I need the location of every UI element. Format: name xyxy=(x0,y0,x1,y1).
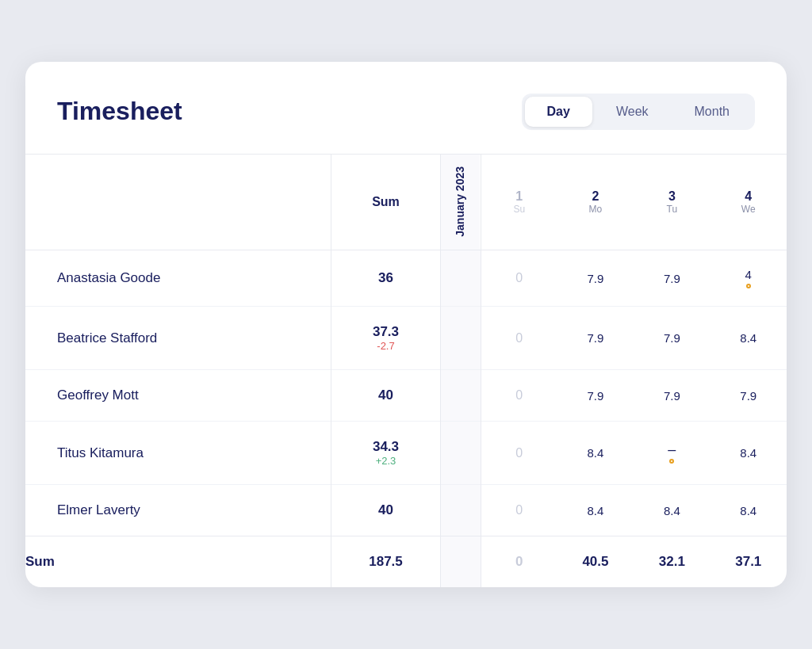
sum-day-value: 0 xyxy=(481,536,557,588)
day-value: 7.9 xyxy=(557,370,634,422)
view-btn-week[interactable]: Week xyxy=(594,97,671,127)
table-row: Geoffrey Mott 40 0 7.9 7.9 7.9 xyxy=(25,370,787,422)
sum-day-value: 32.1 xyxy=(634,536,710,588)
col-day-1: 1 Su xyxy=(481,154,557,250)
col-sum: Sum xyxy=(331,154,441,250)
day-value: 7.9 xyxy=(634,307,710,370)
sum-value: 34.3 +2.3 xyxy=(331,422,441,485)
sum-row: Sum 187.5 0 40.5 32.1 37.1 xyxy=(25,536,787,588)
timesheet-table: Sum January 2023 1 Su 2 Mo 3 Tu xyxy=(25,154,787,588)
timesheet-card: Timesheet Day Week Month Sum January 202… xyxy=(25,62,787,588)
sum-value: 37.3 -2.7 xyxy=(331,307,441,370)
col-day-2: 2 Mo xyxy=(557,154,634,250)
day-value: – xyxy=(634,422,710,485)
col-day-4: 4 We xyxy=(710,154,787,250)
alert-dot xyxy=(746,284,751,288)
day-value: 0 xyxy=(481,422,557,485)
month-spacer xyxy=(440,422,481,485)
view-btn-day[interactable]: Day xyxy=(525,97,592,127)
month-spacer xyxy=(440,536,481,588)
day-value: 8.4 xyxy=(634,485,710,536)
day-value: 0 xyxy=(481,307,557,370)
col-month: January 2023 xyxy=(440,154,481,250)
day-value: 7.9 xyxy=(710,370,787,422)
col-name xyxy=(25,154,331,250)
page-title: Timesheet xyxy=(57,97,182,126)
sum-day-value: 37.1 xyxy=(710,536,787,588)
view-btn-month[interactable]: Month xyxy=(672,97,752,127)
table-row: Titus Kitamura 34.3 +2.3 0 8.4 – 8.4 xyxy=(25,422,787,485)
employee-name: Titus Kitamura xyxy=(25,422,331,485)
sum-day-value: 40.5 xyxy=(557,536,634,588)
sum-value: 36 xyxy=(331,250,441,307)
day-value: 0 xyxy=(481,370,557,422)
employee-name: Geoffrey Mott xyxy=(25,370,331,422)
day-value: 4 xyxy=(710,250,787,307)
day-value: 8.4 xyxy=(710,307,787,370)
day-value: 7.9 xyxy=(634,250,710,307)
employee-name: Beatrice Stafford xyxy=(25,307,331,370)
day-value: 7.9 xyxy=(557,307,634,370)
day-value: 0 xyxy=(481,485,557,536)
month-spacer xyxy=(440,370,481,422)
table-row: Beatrice Stafford 37.3 -2.7 0 7.9 7.9 8.… xyxy=(25,307,787,370)
table-row: Anastasia Goode 36 0 7.9 7.9 4 xyxy=(25,250,787,307)
table-wrapper: Sum January 2023 1 Su 2 Mo 3 Tu xyxy=(25,154,787,588)
day-value: 8.4 xyxy=(710,422,787,485)
alert-dot xyxy=(669,459,674,464)
day-value: 8.4 xyxy=(557,485,634,536)
header-row: Sum January 2023 1 Su 2 Mo 3 Tu xyxy=(25,154,787,250)
day-value: 7.9 xyxy=(557,250,634,307)
sum-value: 40 xyxy=(331,370,441,422)
day-value: 7.9 xyxy=(634,370,710,422)
month-spacer xyxy=(440,485,481,536)
day-value: 0 xyxy=(481,250,557,307)
day-value: 8.4 xyxy=(557,422,634,485)
employee-name: Anastasia Goode xyxy=(25,250,331,307)
month-spacer xyxy=(440,307,481,370)
header: Timesheet Day Week Month xyxy=(25,94,787,154)
sum-value: 40 xyxy=(331,485,441,536)
table-row: Elmer Laverty 40 0 8.4 8.4 8.4 xyxy=(25,485,787,536)
col-day-3: 3 Tu xyxy=(634,154,710,250)
sum-row-total: 187.5 xyxy=(331,536,441,588)
employee-name: Elmer Laverty xyxy=(25,485,331,536)
view-toggle: Day Week Month xyxy=(522,94,755,130)
month-spacer xyxy=(440,250,481,307)
day-value: 8.4 xyxy=(710,485,787,536)
sum-row-label: Sum xyxy=(25,536,331,588)
